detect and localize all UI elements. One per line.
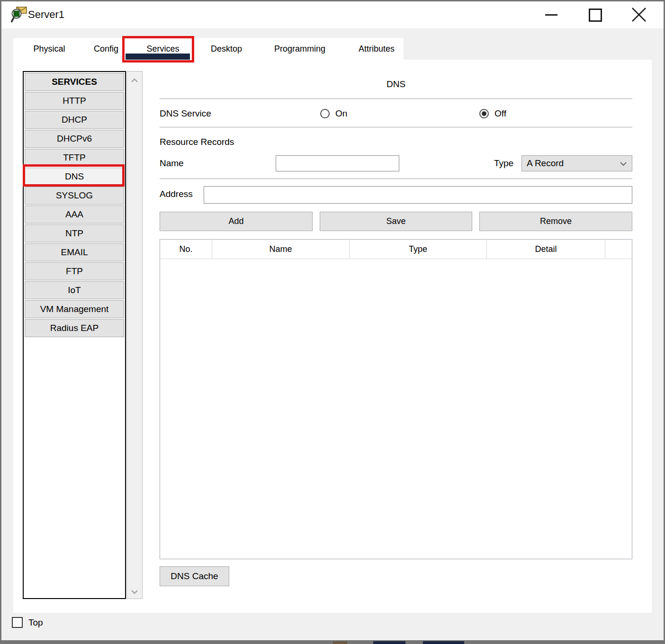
window-title: Server1 — [28, 9, 64, 21]
sidebar-item-iot[interactable]: IoT — [25, 281, 124, 299]
minimize-icon — [545, 14, 557, 16]
column-header-detail: Detail — [487, 240, 605, 259]
radio-off-icon — [479, 109, 489, 118]
sidebar-scrollbar[interactable] — [126, 71, 143, 599]
tab-physical[interactable]: Physical — [21, 38, 77, 60]
dns-service-off-radio[interactable]: Off — [479, 108, 506, 119]
top-checkbox[interactable] — [12, 617, 23, 628]
save-button[interactable]: Save — [320, 212, 472, 231]
services-sidebar: SERVICES HTTP DHCP DHCPv6 TFTP DNS SYSLO… — [23, 71, 126, 599]
name-label: Name — [160, 158, 184, 169]
top-checkbox-label: Top — [28, 617, 43, 628]
scroll-down-icon[interactable] — [131, 588, 138, 596]
sidebar-item-tftp[interactable]: TFTP — [25, 149, 124, 167]
dns-page-title: DNS — [160, 79, 632, 89]
sidebar-item-ntp[interactable]: NTP — [25, 224, 124, 242]
tab-desktop[interactable]: Desktop — [198, 38, 255, 60]
type-label: Type — [494, 158, 513, 169]
dns-records-table: No. Name Type Detail — [160, 239, 632, 559]
tab-config[interactable]: Config — [83, 38, 129, 60]
packet-tracer-server-icon — [11, 5, 28, 24]
maximize-icon — [589, 9, 602, 22]
record-type-select[interactable]: A Record — [521, 155, 632, 171]
close-icon — [628, 2, 649, 26]
name-input[interactable] — [276, 155, 399, 171]
radio-on-icon — [320, 109, 330, 118]
taskbar-peek — [373, 641, 405, 644]
selected-tab-indicator — [126, 54, 190, 60]
sidebar-item-vm-management[interactable]: VM Management — [25, 300, 124, 318]
taskbar-peek — [423, 641, 464, 644]
chevron-down-icon — [620, 158, 627, 169]
address-input[interactable] — [204, 186, 632, 204]
remove-button[interactable]: Remove — [479, 212, 632, 231]
resource-records-label: Resource Records — [160, 137, 234, 147]
dns-service-on-radio[interactable]: On — [320, 108, 347, 119]
minimize-button[interactable] — [540, 2, 562, 26]
sidebar-item-syslog[interactable]: SYSLOG — [25, 187, 124, 205]
divider — [160, 98, 632, 99]
sidebar-item-dhcp[interactable]: DHCP — [25, 111, 124, 129]
taskbar-peek — [333, 641, 347, 644]
tab-attributes[interactable]: Attributes — [345, 38, 408, 60]
scroll-up-icon[interactable] — [131, 76, 138, 85]
column-header-no: No. — [160, 240, 212, 259]
maximize-button[interactable] — [584, 2, 606, 26]
divider — [160, 127, 632, 127]
sidebar-item-dhcpv6[interactable]: DHCPv6 — [25, 130, 124, 148]
divider — [160, 179, 632, 179]
sidebar-header-services: SERVICES — [25, 73, 124, 91]
sidebar-item-email[interactable]: EMAIL — [25, 243, 124, 261]
sidebar-item-radius-eap[interactable]: Radius EAP — [25, 319, 124, 337]
dns-service-label: DNS Service — [160, 108, 211, 119]
add-button[interactable]: Add — [160, 212, 313, 231]
record-type-value: A Record — [527, 158, 564, 169]
address-label: Address — [160, 189, 193, 199]
column-header-name: Name — [212, 240, 350, 259]
sidebar-item-aaa[interactable]: AAA — [25, 206, 124, 224]
column-header-type: Type — [350, 240, 487, 259]
sidebar-item-dns[interactable]: DNS — [25, 168, 124, 186]
title-bar: Server1 — [1, 1, 664, 28]
tab-bar: Physical Config Services Desktop Program… — [13, 38, 404, 60]
sidebar-item-http[interactable]: HTTP — [25, 92, 124, 110]
dns-cache-button[interactable]: DNS Cache — [160, 566, 229, 586]
close-button[interactable] — [628, 2, 649, 26]
tab-programming[interactable]: Programming — [259, 38, 341, 60]
sidebar-item-ftp[interactable]: FTP — [25, 262, 124, 280]
table-header-divider — [160, 259, 632, 259]
